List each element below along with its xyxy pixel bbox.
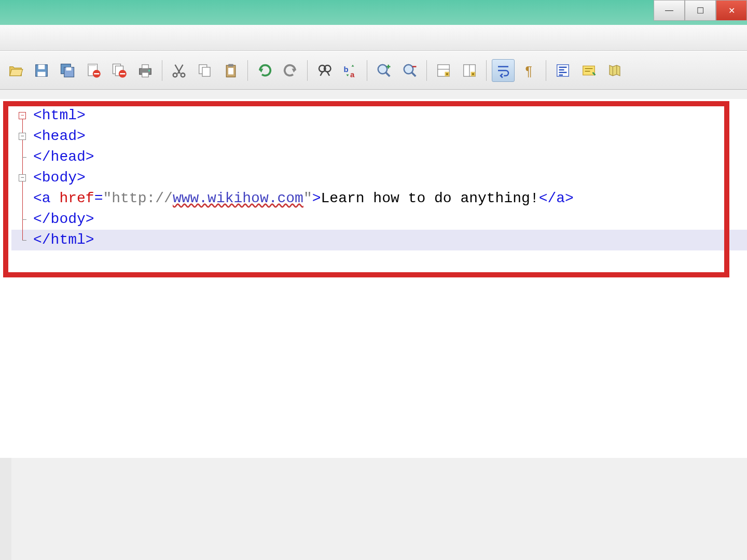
toolbar-separator bbox=[247, 60, 248, 81]
fold-toggle[interactable]: − bbox=[19, 112, 26, 119]
replace-button[interactable]: ba bbox=[339, 59, 362, 82]
doc-map-icon bbox=[607, 63, 622, 78]
save-all-icon bbox=[60, 63, 75, 78]
open-file-button[interactable] bbox=[4, 59, 27, 82]
code-line[interactable]: </body> bbox=[11, 209, 747, 230]
zoom-in-icon bbox=[376, 63, 392, 78]
undo-icon bbox=[257, 63, 272, 78]
replace-icon: ba bbox=[342, 63, 358, 78]
svg-point-29 bbox=[404, 64, 413, 74]
indent-guide-icon bbox=[555, 63, 571, 78]
fold-gutter: − bbox=[11, 126, 33, 147]
code-line[interactable]: −<head> bbox=[11, 126, 747, 147]
show-symbols-icon: ¶ bbox=[521, 63, 537, 78]
code-line[interactable]: </head> bbox=[11, 147, 747, 167]
fold-gutter bbox=[11, 147, 33, 167]
find-button[interactable] bbox=[313, 59, 336, 82]
save-icon bbox=[34, 63, 49, 78]
fold-toggle[interactable]: − bbox=[19, 174, 26, 181]
save-all-button[interactable] bbox=[56, 59, 79, 82]
code-text: <body> bbox=[33, 167, 86, 188]
redo-button[interactable] bbox=[279, 59, 302, 82]
maximize-button[interactable]: ☐ bbox=[685, 0, 716, 21]
toolbar-separator bbox=[367, 60, 367, 81]
svg-text:¶: ¶ bbox=[525, 64, 532, 78]
sync-horizontal-icon bbox=[462, 63, 477, 78]
zoom-out-icon bbox=[402, 63, 418, 78]
cut-button[interactable] bbox=[168, 59, 190, 82]
sync-horizontal-button[interactable] bbox=[458, 59, 481, 82]
minimize-button[interactable]: — bbox=[654, 0, 685, 21]
svg-rect-12 bbox=[120, 73, 125, 75]
svg-rect-36 bbox=[583, 66, 595, 75]
code-text: <head> bbox=[33, 126, 86, 147]
code-line[interactable]: −<html> bbox=[11, 105, 747, 126]
svg-text:a: a bbox=[350, 69, 355, 78]
svg-rect-2 bbox=[38, 72, 46, 76]
sync-vertical-icon bbox=[436, 63, 451, 78]
code-line[interactable]: −<body> bbox=[11, 167, 747, 188]
svg-rect-22 bbox=[228, 64, 233, 66]
toolbar: ba¶ bbox=[0, 51, 747, 90]
code-text: <a href="http://www.wikihow.com">Learn h… bbox=[33, 188, 574, 209]
word-wrap-button[interactable] bbox=[492, 59, 515, 82]
undo-button[interactable] bbox=[253, 59, 276, 82]
close-file-icon bbox=[86, 63, 101, 78]
minimize-icon: — bbox=[665, 6, 673, 15]
fold-gutter bbox=[11, 188, 33, 209]
copy-button[interactable] bbox=[193, 59, 216, 82]
maximize-icon: ☐ bbox=[697, 6, 704, 16]
save-button[interactable] bbox=[30, 59, 53, 82]
svg-point-18 bbox=[181, 73, 185, 77]
code-text: <html> bbox=[33, 105, 86, 126]
doc-map-button[interactable] bbox=[603, 59, 626, 82]
code-text: </head> bbox=[33, 147, 94, 167]
code-line[interactable]: <a href="http://www.wikihow.com">Learn h… bbox=[11, 188, 747, 209]
toolbar-separator bbox=[486, 60, 487, 81]
open-file-icon bbox=[8, 63, 23, 78]
user-lang-button[interactable] bbox=[577, 59, 600, 82]
sync-vertical-button[interactable] bbox=[432, 59, 455, 82]
svg-rect-23 bbox=[228, 68, 233, 75]
fold-gutter: − bbox=[11, 167, 33, 188]
paste-button[interactable] bbox=[219, 59, 242, 82]
paste-icon bbox=[223, 63, 239, 78]
copy-icon bbox=[197, 63, 213, 78]
fold-gutter: − bbox=[11, 105, 33, 126]
svg-rect-14 bbox=[142, 64, 149, 68]
toolbar-separator bbox=[546, 60, 546, 81]
editor-outer: −<html>−<head></head>−<body><a href="htt… bbox=[0, 99, 747, 458]
window-controls: — ☐ ✕ bbox=[654, 0, 747, 21]
user-lang-icon bbox=[581, 63, 597, 78]
indent-guide-button[interactable] bbox=[551, 59, 574, 82]
close-file-button[interactable] bbox=[82, 59, 105, 82]
menu-bar-area bbox=[0, 25, 747, 51]
show-symbols-button[interactable]: ¶ bbox=[518, 59, 541, 82]
svg-rect-8 bbox=[94, 73, 99, 75]
svg-rect-5 bbox=[66, 67, 72, 70]
zoom-out-button[interactable] bbox=[398, 59, 421, 82]
close-button[interactable]: ✕ bbox=[716, 0, 747, 21]
editor-container: −<html>−<head></head>−<body><a href="htt… bbox=[0, 90, 747, 560]
print-button[interactable] bbox=[134, 59, 157, 82]
find-icon bbox=[316, 63, 332, 78]
fold-gutter bbox=[11, 230, 33, 250]
toolbar-separator bbox=[307, 60, 308, 81]
svg-point-17 bbox=[173, 73, 177, 77]
code-line[interactable]: </html> bbox=[11, 230, 747, 250]
svg-point-16 bbox=[148, 69, 150, 72]
toolbar-separator bbox=[426, 60, 427, 81]
svg-text:b: b bbox=[344, 64, 349, 73]
code-text: </html> bbox=[33, 230, 94, 250]
cut-icon bbox=[171, 63, 187, 78]
zoom-in-button[interactable] bbox=[372, 59, 395, 82]
fold-gutter bbox=[11, 209, 33, 230]
close-all-button[interactable] bbox=[108, 59, 131, 82]
fold-toggle[interactable]: − bbox=[19, 133, 26, 140]
code-editor[interactable]: −<html>−<head></head>−<body><a href="htt… bbox=[11, 99, 747, 458]
word-wrap-icon bbox=[495, 63, 511, 78]
svg-rect-20 bbox=[202, 67, 210, 76]
svg-rect-15 bbox=[142, 72, 149, 77]
toolbar-separator bbox=[162, 60, 162, 81]
svg-point-28 bbox=[378, 64, 388, 74]
